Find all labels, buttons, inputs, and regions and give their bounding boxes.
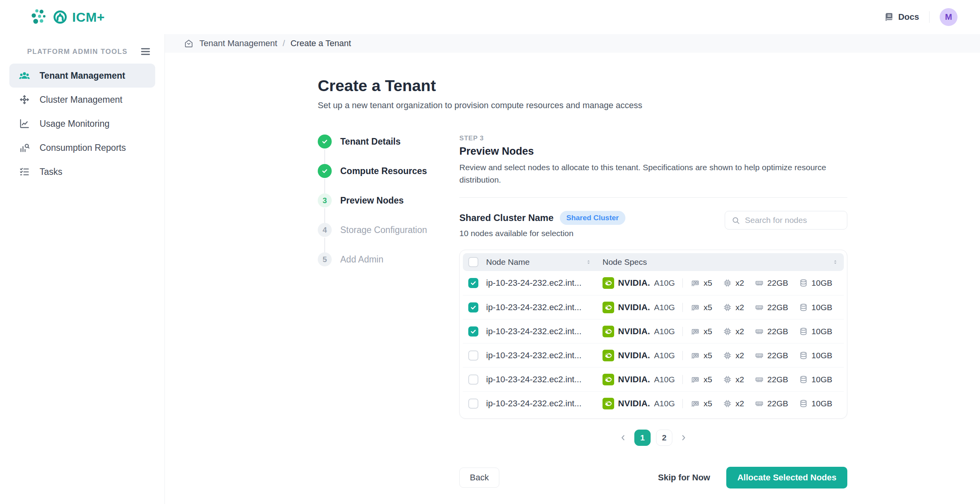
brand-dots-icon [29, 7, 48, 27]
brand-wordmark: ICM+ [72, 10, 105, 25]
nvidia-logo-icon [603, 277, 614, 289]
cluster-name: Shared Cluster Name [459, 212, 554, 223]
gpu-count: x5 [703, 351, 712, 360]
memory-size: 22GB [767, 375, 788, 384]
node-row[interactable]: ip-10-23-24-232.ec2.int... NVIDIA. A10G … [463, 295, 844, 319]
sort-icon[interactable] [585, 259, 592, 265]
ram-icon [755, 375, 764, 384]
step-number: 4 [318, 223, 332, 237]
sidebar-item-label: Tasks [40, 167, 62, 177]
sidebar-item-tenant-management[interactable]: Tenant Management [9, 64, 155, 88]
gpu-brand: NVIDIA. [618, 326, 650, 337]
step-panel: STEP 3 Preview Nodes Review and select n… [459, 135, 847, 504]
node-name: ip-10-23-24-232.ec2.int... [486, 399, 592, 409]
node-checkbox[interactable] [468, 350, 478, 361]
sidebar-item-cluster-management[interactable]: Cluster Management [9, 88, 155, 112]
spec-divider [682, 375, 683, 384]
page-button-1[interactable]: 1 [634, 430, 651, 446]
sidebar-item-consumption-reports[interactable]: Consumption Reports [9, 136, 155, 160]
sidebar-item-label: Consumption Reports [40, 143, 126, 153]
wizard-step-tenant-details[interactable]: Tenant Details [318, 135, 459, 148]
sidebar-item-tasks[interactable]: Tasks [9, 160, 155, 184]
storage-size: 10GB [812, 351, 833, 360]
step-label: Tenant Details [340, 136, 401, 147]
node-checkbox[interactable] [468, 375, 478, 385]
cluster-icon [19, 94, 30, 105]
gpu-count: x5 [703, 278, 712, 288]
select-all-checkbox[interactable] [468, 257, 478, 267]
node-name: ip-10-23-24-232.ec2.int... [486, 326, 592, 337]
hamburger-icon[interactable] [140, 46, 151, 57]
gpu-model: A10G [654, 399, 675, 408]
gpu-count: x5 [703, 399, 712, 408]
sort-icon[interactable] [832, 259, 838, 265]
storage-icon [799, 278, 808, 288]
avatar[interactable]: M [940, 8, 957, 26]
breadcrumb-item[interactable]: Tenant Management [199, 38, 277, 48]
step-number: 3 [318, 193, 332, 207]
gpu-brand: NVIDIA. [618, 399, 650, 409]
node-checkbox[interactable] [468, 278, 478, 288]
cpu-count: x2 [736, 399, 744, 408]
node-checkbox[interactable] [468, 399, 478, 409]
node-row[interactable]: ip-10-23-24-232.ec2.int... NVIDIA. A10G … [463, 343, 844, 367]
storage-icon [799, 375, 808, 384]
avatar-initial: M [945, 12, 952, 22]
wizard-steps: Tenant DetailsCompute Resources3Preview … [318, 135, 459, 504]
ram-icon [755, 327, 764, 336]
cluster-type-badge: Shared Cluster [560, 211, 625, 225]
allocate-button[interactable]: Allocate Selected Nodes [726, 467, 847, 488]
chevron-left-icon[interactable] [619, 433, 627, 442]
node-name: ip-10-23-24-232.ec2.int... [486, 278, 592, 288]
spec-divider [682, 278, 683, 288]
step-done-check-icon [318, 164, 332, 178]
col-node-name: Node Name [486, 257, 530, 267]
gpu-brand: NVIDIA. [618, 350, 650, 361]
back-button[interactable]: Back [459, 468, 499, 488]
node-row[interactable]: ip-10-23-24-232.ec2.int... NVIDIA. A10G … [463, 271, 844, 295]
gpu-model: A10G [654, 303, 675, 312]
nvidia-logo-icon [603, 350, 614, 361]
step-done-check-icon [318, 135, 332, 148]
cpu-icon [723, 278, 732, 288]
wizard-step-storage-configuration[interactable]: 4Storage Configuration [318, 223, 459, 237]
nodes-table: Node Name Node Specs [459, 250, 847, 419]
table-body: ip-10-23-24-232.ec2.int... NVIDIA. A10G … [463, 271, 844, 415]
gpu-brand: NVIDIA. [618, 375, 650, 385]
home-icon [184, 38, 194, 49]
header-divider [929, 11, 930, 23]
storage-size: 10GB [812, 327, 833, 336]
gpu-icon [691, 399, 700, 408]
wizard-step-add-admin[interactable]: 5Add Admin [318, 252, 459, 266]
node-name: ip-10-23-24-232.ec2.int... [486, 375, 592, 385]
storage-icon [799, 399, 808, 408]
gpu-icon [691, 351, 700, 360]
page-subtitle: Set up a new tenant organization to prov… [318, 100, 847, 110]
gpu-icon [691, 375, 700, 384]
sidebar-section-label: PLATFORM ADMIN TOOLS [27, 48, 128, 56]
search-icon [731, 216, 740, 225]
node-name: ip-10-23-24-232.ec2.int... [486, 302, 592, 312]
skip-button[interactable]: Skip for Now [658, 473, 710, 483]
chevron-right-icon[interactable] [679, 433, 688, 442]
wizard-step-compute-resources[interactable]: Compute Resources [318, 164, 459, 178]
page-button-2[interactable]: 2 [656, 430, 672, 446]
wizard-footer: Back Skip for Now Allocate Selected Node… [459, 467, 847, 504]
search-input[interactable] [745, 216, 841, 225]
node-row[interactable]: ip-10-23-24-232.ec2.int... NVIDIA. A10G … [463, 391, 844, 415]
docs-button[interactable]: Docs [884, 12, 919, 22]
gpu-model: A10G [654, 351, 675, 360]
node-row[interactable]: ip-10-23-24-232.ec2.int... NVIDIA. A10G … [463, 367, 844, 391]
node-checkbox[interactable] [468, 302, 478, 312]
cpu-count: x2 [736, 327, 744, 336]
brand-logo[interactable]: ICM+ [29, 7, 105, 27]
cpu-icon [723, 303, 732, 312]
gpu-count: x5 [703, 375, 712, 384]
node-row[interactable]: ip-10-23-24-232.ec2.int... NVIDIA. A10G … [463, 319, 844, 343]
node-checkbox[interactable] [468, 326, 478, 337]
wizard-step-preview-nodes[interactable]: 3Preview Nodes [318, 193, 459, 207]
breadcrumb: Tenant Management/Create a Tenant [165, 34, 980, 53]
node-search[interactable] [725, 211, 847, 230]
gpu-icon [691, 278, 700, 288]
sidebar-item-usage-monitoring[interactable]: Usage Monitoring [9, 112, 155, 136]
